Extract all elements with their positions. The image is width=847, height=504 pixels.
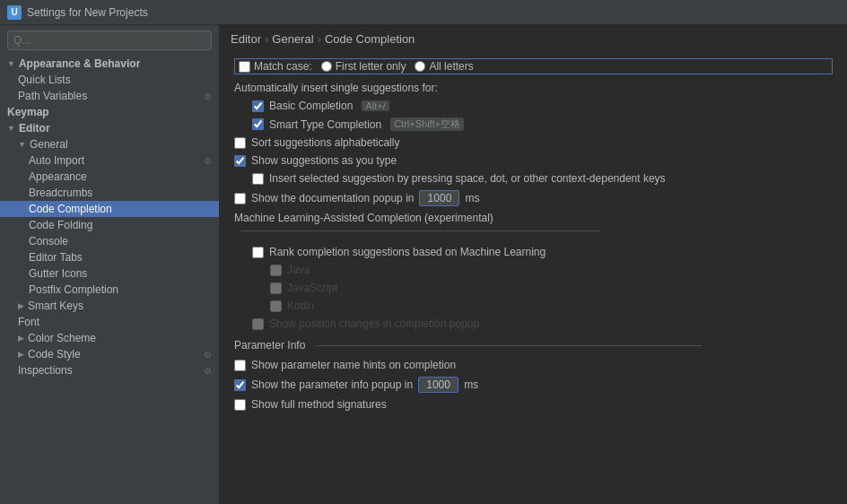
sidebar: ▼ Appearance & Behavior Quick Lists Path…	[0, 25, 220, 504]
ml-rank-label: Rank completion suggestions based on Mac…	[269, 246, 546, 258]
ml-kotlin-checkbox[interactable]	[270, 300, 282, 312]
breadcrumb-sep-2: ›	[318, 32, 321, 46]
sidebar-item-console[interactable]: Console	[0, 233, 219, 249]
ml-position-row: Show position changes in completion popu…	[252, 317, 833, 330]
search-input[interactable]	[7, 30, 212, 50]
ml-position-label: Show position changes in completion popu…	[269, 317, 479, 330]
ml-section-label: Machine Learning-Assisted Completion (ex…	[234, 212, 493, 224]
gear-icon: ⚙	[204, 91, 212, 101]
sidebar-item-keymap[interactable]: Keymap	[0, 104, 219, 120]
show-as-you-type-row: Show suggestions as you type	[234, 154, 833, 167]
breadcrumb: Editor › General › Code Completion	[220, 25, 847, 51]
breadcrumb-editor: Editor	[231, 32, 261, 46]
sidebar-item-postfix-completion[interactable]: Postfix Completion	[0, 282, 219, 298]
radio-first-letter: First letter only	[321, 60, 406, 73]
radio-first-letter-input[interactable]	[321, 61, 332, 72]
full-signatures-checkbox[interactable]	[234, 399, 246, 411]
ml-java-label: Java	[287, 264, 310, 276]
param-name-hints-label: Show parameter name hints on completion	[251, 359, 456, 371]
full-signatures-row: Show full method signatures	[234, 398, 833, 411]
insert-selected-checkbox[interactable]	[252, 173, 264, 185]
sidebar-item-editor-tabs[interactable]: Editor Tabs	[0, 249, 219, 265]
radio-all-letters: All letters	[415, 60, 473, 73]
documentation-ms-input[interactable]	[419, 190, 459, 206]
documentation-ms-unit: ms	[465, 192, 479, 204]
param-info-popup-checkbox[interactable]	[234, 379, 246, 391]
param-name-hints-checkbox[interactable]	[234, 360, 246, 371]
breadcrumb-general: General	[272, 32, 313, 46]
breadcrumb-sep-1: ›	[265, 32, 268, 46]
param-info-popup-row: Show the parameter info popup in ms	[234, 377, 833, 393]
chevron-icon: ▼	[7, 59, 15, 68]
sidebar-item-label: Editor	[19, 122, 50, 135]
show-documentation-row: Show the documentation popup in ms	[234, 190, 833, 206]
sidebar-item-label: Color Scheme	[28, 332, 96, 344]
sidebar-tree: ▼ Appearance & Behavior Quick Lists Path…	[0, 56, 219, 504]
show-documentation-label: Show the documentation popup in	[251, 192, 414, 204]
sidebar-item-general[interactable]: ▼ General	[0, 136, 219, 152]
gear-icon: ⚙	[204, 350, 212, 360]
sidebar-item-appearance[interactable]: Appearance	[0, 169, 219, 185]
gear-icon: ⚙	[204, 156, 212, 166]
sidebar-item-code-style[interactable]: ▶ Code Style ⚙	[0, 346, 219, 362]
ml-javascript-row: JavaScript	[270, 282, 833, 294]
match-case-checkbox[interactable]	[239, 61, 250, 73]
ml-java-checkbox[interactable]	[270, 265, 282, 276]
radio-all-letters-input[interactable]	[415, 61, 425, 72]
ml-kotlin-label: Kotlin	[287, 300, 314, 312]
sidebar-item-code-folding[interactable]: Code Folding	[0, 217, 219, 233]
insert-selected-label: Insert selected suggestion by pressing s…	[269, 172, 666, 185]
settings-panel: Match case: First letter only All letter…	[220, 51, 847, 504]
ml-javascript-checkbox[interactable]	[270, 282, 282, 294]
chevron-icon: ▶	[18, 334, 24, 343]
breadcrumb-current: Code Completion	[325, 32, 415, 46]
smart-type-shortcut: Ctrl+Shift+空格	[390, 117, 464, 131]
sidebar-item-code-completion[interactable]: Code Completion	[0, 201, 219, 217]
sidebar-item-label: Smart Keys	[28, 300, 83, 312]
content-area: Editor › General › Code Completion Match…	[220, 25, 847, 504]
sidebar-item-appearance-behavior[interactable]: ▼ Appearance & Behavior	[0, 56, 219, 72]
ml-rank-row: Rank completion suggestions based on Mac…	[252, 246, 833, 258]
sidebar-item-label: Code Completion	[29, 203, 112, 215]
sidebar-item-color-scheme[interactable]: ▶ Color Scheme	[0, 330, 219, 346]
param-info-popup-label: Show the parameter info popup in	[251, 378, 413, 391]
sidebar-item-breadcrumbs[interactable]: Breadcrumbs	[0, 185, 219, 201]
basic-completion-shortcut: Alt+/	[362, 100, 389, 111]
param-info-label: Parameter Info	[234, 339, 305, 352]
ml-rank-checkbox[interactable]	[252, 247, 264, 258]
chevron-icon: ▼	[7, 124, 15, 133]
sidebar-item-label: Quick Lists	[18, 74, 71, 86]
sidebar-item-path-variables[interactable]: Path Variables ⚙	[0, 88, 219, 104]
show-as-you-type-checkbox[interactable]	[234, 155, 246, 167]
window-title: Settings for New Projects	[27, 6, 148, 19]
sidebar-item-quick-lists[interactable]: Quick Lists	[0, 72, 219, 88]
basic-completion-row: Basic Completion Alt+/	[252, 100, 833, 112]
sort-alphabetically-row: Sort suggestions alphabetically	[234, 136, 833, 149]
sidebar-item-label: Code Folding	[29, 219, 92, 231]
sort-alphabetically-checkbox[interactable]	[234, 137, 246, 149]
show-documentation-checkbox[interactable]	[234, 193, 246, 204]
ml-position-checkbox[interactable]	[252, 318, 264, 330]
sidebar-item-auto-import[interactable]: Auto Import ⚙	[0, 152, 219, 169]
app-icon: U	[7, 5, 22, 20]
sidebar-item-smart-keys[interactable]: ▶ Smart Keys	[0, 298, 219, 314]
auto-insert-label: Automatically insert single suggestions …	[234, 82, 438, 94]
smart-type-row: Smart Type Completion Ctrl+Shift+空格	[252, 117, 833, 131]
sidebar-item-label: Code Style	[28, 348, 81, 361]
smart-type-checkbox[interactable]	[252, 118, 264, 130]
param-info-ms-input[interactable]	[418, 377, 458, 393]
match-case-label: Match case:	[254, 60, 312, 73]
param-info-ms-unit: ms	[464, 378, 478, 391]
param-name-hints-row: Show parameter name hints on completion	[234, 359, 833, 371]
ml-java-row: Java	[270, 264, 833, 276]
sidebar-item-editor[interactable]: ▼ Editor	[0, 120, 219, 136]
sidebar-item-gutter-icons[interactable]: Gutter Icons	[0, 265, 219, 282]
title-bar: U Settings for New Projects	[0, 0, 847, 25]
chevron-icon: ▼	[18, 140, 26, 149]
gear-icon: ⚙	[204, 366, 212, 376]
sidebar-item-font[interactable]: Font	[0, 314, 219, 330]
sidebar-item-label: Console	[29, 235, 68, 248]
sidebar-item-inspections[interactable]: Inspections ⚙	[0, 362, 219, 378]
insert-selected-row: Insert selected suggestion by pressing s…	[252, 172, 833, 185]
basic-completion-checkbox[interactable]	[252, 100, 264, 112]
